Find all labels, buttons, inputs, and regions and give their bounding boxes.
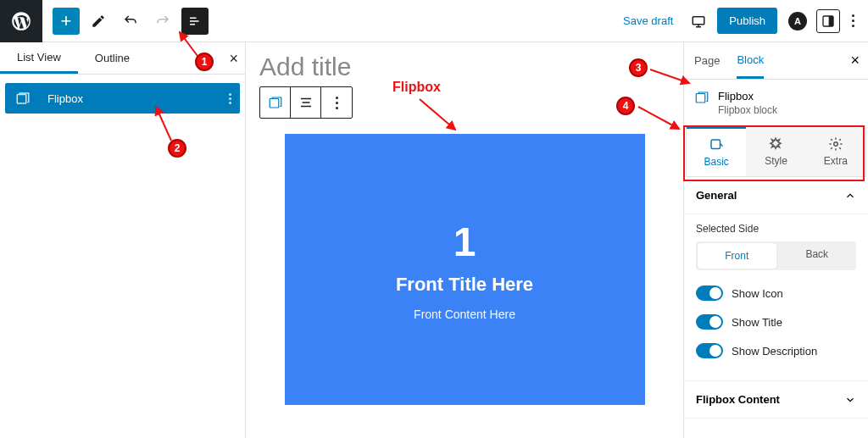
close-icon[interactable]: × (850, 52, 860, 69)
flipbox-block-icon (694, 90, 709, 108)
section-flipbox-content[interactable]: Flipbox Content (684, 380, 868, 419)
svg-rect-0 (693, 16, 705, 24)
gear-icon (828, 136, 843, 152)
wordpress-logo[interactable] (0, 0, 42, 42)
right-sidebar: Page Block × Flipbox Flipbox block Basic… (683, 42, 868, 438)
toggle-show-desc-row: Show Description (696, 343, 856, 358)
svg-rect-5 (696, 94, 705, 103)
flipbox-block-icon (15, 91, 31, 106)
svg-point-7 (834, 142, 838, 147)
toggle-show-icon[interactable] (696, 286, 723, 301)
side-segment: Front Back (696, 241, 856, 270)
editor-canvas: Add title 1 Front Title Here Front Conte… (246, 42, 683, 438)
sub-tab-style[interactable]: Style (746, 127, 805, 176)
tab-page[interactable]: Page (694, 42, 720, 79)
sidebar-toggle-icon[interactable] (816, 9, 840, 33)
align-icon[interactable] (291, 87, 321, 118)
svg-rect-3 (17, 95, 26, 104)
svg-rect-4 (270, 99, 279, 108)
panel-general-body: Selected Side Front Back Show Icon Show … (684, 214, 868, 380)
toggle-show-title-row: Show Title (696, 314, 856, 330)
sub-tab-extra[interactable]: Extra (806, 127, 865, 176)
basic-icon (709, 137, 724, 152)
sub-tab-basic[interactable]: Basic (687, 127, 746, 176)
list-view-item-flipbox[interactable]: Flipbox (5, 83, 240, 114)
list-item-label: Flipbox (47, 92, 83, 105)
svg-rect-6 (711, 140, 721, 149)
main-layout: List View Outline × Flipbox Add title 1 … (0, 42, 868, 438)
side-back[interactable]: Back (778, 241, 857, 270)
selected-side-label: Selected Side (696, 223, 856, 235)
block-more-icon[interactable] (321, 87, 352, 118)
edit-icon[interactable] (85, 8, 112, 35)
tab-block[interactable]: Block (737, 42, 764, 79)
left-tabs: List View Outline × (0, 42, 245, 75)
tab-list-view[interactable]: List View (0, 42, 78, 74)
style-icon (768, 136, 783, 152)
toggle-show-title[interactable] (696, 314, 723, 330)
undo-icon[interactable] (117, 8, 144, 35)
block-info: Flipbox Flipbox block (684, 80, 868, 126)
redo-icon[interactable] (149, 8, 176, 35)
block-description: Flipbox block (718, 104, 777, 116)
post-title-input[interactable]: Add title (259, 53, 675, 81)
toggle-show-description[interactable] (696, 343, 723, 358)
flipbox-content: Front Content Here (414, 308, 515, 321)
side-front[interactable]: Front (698, 243, 776, 269)
right-tabs: Page Block × (684, 42, 868, 80)
add-block-button[interactable]: + (53, 8, 80, 35)
inspector-sub-tabs: Basic Style Extra (686, 126, 866, 177)
block-type-icon[interactable] (260, 87, 291, 118)
close-icon[interactable]: × (229, 49, 238, 67)
chevron-up-icon (844, 190, 856, 202)
publish-button[interactable]: Publish (717, 8, 777, 34)
left-sidebar: List View Outline × Flipbox (0, 42, 246, 438)
preview-icon[interactable] (687, 9, 710, 33)
save-draft-link[interactable]: Save draft (623, 14, 673, 27)
chevron-down-icon (844, 394, 856, 406)
list-view-toggle-icon[interactable] (181, 8, 209, 35)
tab-outline[interactable]: Outline (78, 42, 147, 74)
block-name: Flipbox (718, 90, 777, 103)
flipbox-title: Front Title Here (396, 274, 533, 296)
section-general[interactable]: General (684, 177, 868, 214)
list-item-more-icon[interactable] (229, 93, 231, 104)
theme-icon[interactable]: A (786, 9, 810, 33)
flipbox-front-face[interactable]: 1 Front Title Here Front Content Here (285, 134, 645, 405)
block-toolbar (259, 86, 353, 119)
flipbox-number: 1 (453, 219, 476, 265)
svg-rect-2 (829, 16, 833, 26)
top-toolbar: + Save draft Publish A (0, 0, 868, 42)
toggle-show-icon-row: Show Icon (696, 286, 856, 301)
more-options-icon[interactable] (847, 9, 860, 32)
